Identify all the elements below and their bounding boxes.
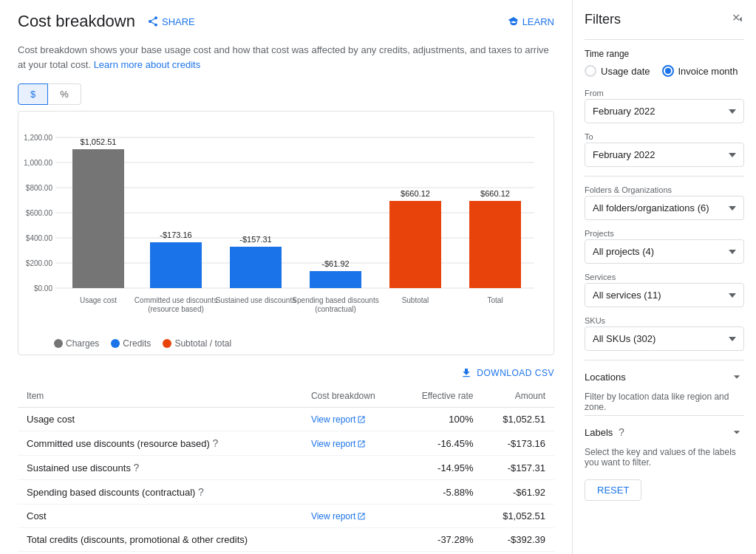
header-left: Cost breakdown SHARE [18,12,195,31]
item-name: Sustained use discounts ? [18,456,302,480]
locations-label: Locations [585,372,626,383]
svg-text:$400.00: $400.00 [26,234,53,242]
share-button[interactable]: SHARE [147,16,195,27]
view-report-link[interactable]: View report [311,439,366,449]
svg-text:$1,000.00: $1,000.00 [24,159,52,167]
help-icon[interactable]: ? [134,462,140,473]
view-report-link[interactable]: View report [311,511,366,521]
spending-discounts-bar[interactable] [310,271,361,288]
from-field: From February 2022 [585,89,744,123]
cost-breakdown-cell: View report [302,505,400,528]
help-icon[interactable]: ? [198,486,204,498]
locations-body: Filter by location data like region and … [585,391,744,412]
help-icon[interactable]: ? [212,437,218,449]
filters-sidebar: Filters Time range Usage date Invoice mo… [573,0,756,554]
svg-text:(contractual): (contractual) [315,305,356,313]
cost-breakdown-cell: View report [302,431,400,456]
item-name: Total credits (discounts, promotional & … [18,528,302,552]
labels-chevron-icon [729,425,744,440]
svg-text:$660.12: $660.12 [480,189,510,198]
close-panel-button[interactable] [729,13,744,27]
main-content: Cost breakdown SHARE LEARN Cost breakdow… [0,0,573,554]
time-range-section: Time range Usage date Invoice month [585,49,744,77]
projects-field: Projects All projects (4) [585,229,744,264]
sustained-discounts-bar[interactable] [230,247,282,288]
reset-section: RESET [585,468,744,501]
close-panel-icon [729,13,744,27]
skus-label: SKUs [585,316,744,325]
table-row: Usage cost View report 100% $1,052.51 [18,408,554,431]
labels-body: Select the key and values of the labels … [585,447,744,468]
invoice-month-radio[interactable]: Invoice month [662,65,738,77]
subtotal-label: Subtotal [400,552,483,555]
percent-toggle[interactable]: % [48,83,81,105]
total-bar[interactable] [469,201,521,288]
download-row: DOWNLOAD CSV [18,367,554,379]
divider-2 [585,176,744,177]
locations-header[interactable]: Locations [585,360,744,387]
svg-text:-$61.92: -$61.92 [321,259,349,268]
usage-date-radio[interactable]: Usage date [585,65,650,77]
svg-text:Total: Total [487,296,503,304]
from-select[interactable]: February 2022 [585,99,744,123]
sidebar-title: Filters [585,12,621,27]
skus-select[interactable]: All SKUs (302) [585,326,744,351]
projects-label: Projects [585,229,744,238]
folders-field: Folders & Organizations All folders/orga… [585,185,744,220]
amount: -$157.31 [482,456,554,480]
services-field: Services All services (11) [585,273,744,307]
time-range-label: Time range [585,49,744,59]
labels-header[interactable]: Labels ? [585,415,744,442]
svg-text:-$173.16: -$173.16 [160,230,191,239]
effective-rate: -37.28% [400,528,483,552]
projects-select[interactable]: All projects (4) [585,239,744,264]
subtotal-bar[interactable] [389,201,441,288]
svg-text:$800.00: $800.00 [26,184,53,192]
usage-cost-bar[interactable] [72,149,124,288]
labels-help-icon[interactable]: ? [619,426,624,438]
download-csv-button[interactable]: DOWNLOAD CSV [460,367,554,379]
table-row: Cost View report $1,052.51 [18,505,554,528]
committed-discounts-bar[interactable] [150,242,202,288]
sidebar-header: Filters [585,12,744,27]
services-select[interactable]: All services (11) [585,283,744,307]
legend-charges: Charges [54,338,99,349]
learn-icon [508,16,520,27]
item-name: Cost [18,505,302,528]
col-rate: Effective rate [400,385,483,408]
learn-button[interactable]: LEARN [508,16,554,27]
svg-text:$0.00: $0.00 [34,284,52,293]
legend-subtotal: Subtotal / total [163,338,231,349]
share-icon [147,16,159,27]
dollar-toggle[interactable]: $ [18,83,48,105]
svg-text:$1,052.51: $1,052.51 [81,137,117,146]
amount: $1,052.51 [482,505,554,528]
reset-button[interactable]: RESET [585,479,641,501]
effective-rate: 100% [400,408,483,431]
svg-text:Spending based discounts: Spending based discounts [292,296,378,304]
cost-breakdown-cell [302,456,400,480]
chart-legend: Charges Credits Subtotal / total [24,338,542,349]
chart-container: $1,200.00 $1,000.00 $800.00 $600.00 $400… [18,111,554,355]
from-label: From [585,89,744,98]
svg-text:Usage cost: Usage cost [80,296,117,304]
subtotal-dot [163,339,171,348]
col-item: Item [18,385,302,408]
effective-rate: -5.88% [400,480,483,505]
time-range-radio-group: Usage date Invoice month [585,65,744,77]
amount: -$392.39 [482,528,554,552]
col-breakdown: Cost breakdown [302,385,400,408]
effective-rate: -14.95% [400,456,483,480]
folders-select[interactable]: All folders/organizations (6) [585,196,744,220]
learn-more-link[interactable]: Learn more about credits [94,59,201,70]
view-report-link[interactable]: View report [311,414,366,425]
svg-text:$1,200.00: $1,200.00 [24,134,52,142]
to-select[interactable]: February 2022 [585,143,744,167]
svg-text:-$157.31: -$157.31 [239,235,271,244]
svg-text:(resource based): (resource based) [148,305,204,313]
to-field: To February 2022 [585,132,744,167]
effective-rate [400,505,483,528]
locations-chevron-icon [729,369,744,384]
svg-text:Committed use discounts: Committed use discounts [134,296,217,304]
invoice-month-radio-circle [662,65,674,77]
